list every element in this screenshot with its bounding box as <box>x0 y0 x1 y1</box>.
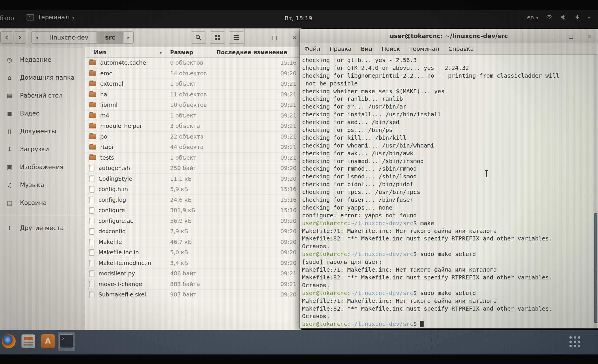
file-size: 7,9 кБ <box>165 228 212 235</box>
file-row[interactable]: autogen.sh250 байт09:20 <box>85 163 301 174</box>
terminal-titlebar[interactable]: user@tokarcnc: ~/linuxcnc-dev/src – □ × <box>300 29 598 43</box>
menu-help[interactable]: Справка <box>448 45 474 52</box>
file-icon <box>89 197 94 203</box>
file-name: libnml <box>100 102 118 108</box>
close-button[interactable]: × <box>586 33 594 39</box>
terminal-output[interactable]: checking for glib... yes - 2.56.3checkin… <box>300 55 594 328</box>
scrollbar-thumb[interactable] <box>594 213 597 323</box>
chevron-down-icon <box>72 15 74 20</box>
file-name-cell: modsilent.py <box>85 270 165 277</box>
minimize-button[interactable]: – <box>250 34 258 41</box>
file-row[interactable]: rtapi44 объекта09:21 <box>85 142 301 153</box>
column-header-modified[interactable]: Последнее изменение <box>212 47 301 57</box>
folder-icon <box>89 134 96 139</box>
menu-view[interactable]: Вид <box>361 45 372 52</box>
breadcrumb-src[interactable]: src <box>97 32 124 43</box>
file-icon <box>89 249 94 256</box>
file-name-cell: configure <box>85 207 165 214</box>
file-row[interactable]: emc14 объектов09:20 <box>85 68 301 79</box>
sidebar-item-recent[interactable]: ◷Недавние <box>0 51 85 69</box>
close-button[interactable]: × <box>291 34 298 41</box>
back-button[interactable] <box>0 31 13 44</box>
column-header-name[interactable]: Имя <box>85 47 165 57</box>
file-row[interactable]: po22 объекта09:21 <box>85 132 301 142</box>
file-row[interactable]: move-if-change883 байта09:21 <box>85 279 301 290</box>
file-modified: 09:21 <box>212 112 301 119</box>
file-row[interactable]: config.log24,6 кБ15:16 <box>85 195 301 206</box>
sidebar-item-downloads[interactable]: ↓Загрузки <box>0 140 85 158</box>
file-name: hal <box>100 91 109 98</box>
sidebar-item-label: Загрузки <box>20 146 49 153</box>
file-row[interactable]: external1 объект09:21 <box>85 79 301 89</box>
terminal-dock-icon[interactable] <box>59 334 73 348</box>
file-modified: 09:20 <box>212 260 301 266</box>
firefox-icon[interactable] <box>2 334 16 348</box>
sidebar-item-home[interactable]: ⌂Домашняя папка <box>0 69 85 87</box>
menu-button[interactable] <box>229 31 244 44</box>
sidebar-item-music[interactable]: ♫Музыка <box>0 176 85 194</box>
wifi-icon <box>546 14 553 20</box>
clock[interactable]: Вт, 15:19 <box>285 15 312 22</box>
files-app-icon[interactable] <box>21 334 35 348</box>
grid-view-button[interactable] <box>210 31 225 44</box>
file-row[interactable]: Makefile.modinc.in3,4 кБ09:20 <box>85 258 301 269</box>
breadcrumb-scroll-right-icon[interactable] <box>124 32 133 43</box>
forward-button[interactable] <box>14 31 26 44</box>
menu-search[interactable]: Поиск <box>382 45 400 52</box>
search-button[interactable] <box>191 31 206 44</box>
menu-edit[interactable]: Правка <box>329 45 351 52</box>
file-name-cell: hal <box>85 91 165 98</box>
sidebar-item-documents[interactable]: ▯Документы <box>0 122 85 140</box>
activities-button[interactable]: Обзор <box>0 15 14 22</box>
file-row[interactable]: CodingStyle11,1 кБ09:20 <box>85 174 301 184</box>
sidebar-item-trash[interactable]: ▤Корзина <box>0 194 85 212</box>
folder-icon <box>89 124 96 128</box>
maximize-button[interactable]: □ <box>271 34 278 41</box>
sidebar-item-pictures[interactable]: ▣Изображения <box>0 158 85 176</box>
prompt-command: $ sudo make setuid <box>413 290 476 296</box>
file-row[interactable]: configure301,9 кБ15:16 <box>85 205 301 216</box>
show-apps-grid-icon[interactable] <box>569 335 581 348</box>
file-row[interactable]: configure.ac56,9 кБ09:20 <box>85 216 301 227</box>
maximize-button[interactable]: □ <box>567 33 575 39</box>
keyboard-layout-indicator[interactable]: en <box>527 14 538 20</box>
prompt-command: $ make <box>413 220 434 227</box>
file-row[interactable]: tests1 объект09:21 <box>85 153 301 163</box>
file-size: 14 объектов <box>165 70 212 77</box>
sidebar-item-other-locations[interactable]: +Другие места <box>0 219 85 237</box>
breadcrumb-scroll-left-icon[interactable] <box>32 32 42 43</box>
file-row[interactable]: m41 объект09:21 <box>85 111 301 121</box>
terminal-output-line: Makefile:71: Makefile.inc: Нет такого фа… <box>302 266 594 274</box>
file-row[interactable]: hal11 объектов09:21 <box>85 89 301 100</box>
file-row[interactable]: doxconfig7,9 кБ09:20 <box>85 226 301 237</box>
file-name: rtapi <box>100 144 113 150</box>
breadcrumb-linuxcnc-dev[interactable]: linuxcnc-dev <box>42 32 97 43</box>
prompt-separator: : <box>347 320 351 327</box>
file-row[interactable]: Makefile46,7 кБ09:20 <box>85 237 301 248</box>
terminal-scrollbar[interactable] <box>594 55 598 328</box>
file-row[interactable]: config.h.in5,9 кБ15:16 <box>85 184 301 195</box>
file-name-cell: CodingStyle <box>85 176 165 182</box>
ubuntu-software-icon[interactable] <box>41 334 55 348</box>
column-header-size[interactable]: Размер <box>165 47 212 57</box>
minimize-button[interactable]: – <box>548 33 556 39</box>
terminal-output-line: not be possible <box>302 80 594 87</box>
file-row[interactable]: Makefile.inc.in5,0 кБ09:20 <box>85 247 301 258</box>
menu-file[interactable]: Файл <box>304 45 320 52</box>
file-row[interactable]: libnml10 объектов09:21 <box>85 100 301 111</box>
home-icon: ⌂ <box>5 74 14 81</box>
menu-terminal[interactable]: Терминал <box>409 45 439 52</box>
file-name-cell: external <box>85 81 165 87</box>
app-menu-terminal[interactable]: Терминал <box>27 14 74 21</box>
sidebar-item-desktop[interactable]: ▦Рабочий стол <box>0 87 85 104</box>
sidebar-item-videos[interactable]: ◼Видео <box>0 104 85 122</box>
file-row[interactable]: modsilent.py486 байт09:21 <box>85 268 301 279</box>
file-row[interactable]: autom4te.cache0 объектов15:16 <box>85 58 301 68</box>
dock <box>0 330 598 354</box>
file-row[interactable]: Submakefile.skel907 байт09:20 <box>85 290 301 300</box>
documents-icon: ▯ <box>5 128 14 135</box>
terminal-output-line: Makefile:71: Makefile.inc: Нет такого фа… <box>302 297 594 305</box>
prompt-command: $ <box>413 320 417 327</box>
system-tray[interactable]: en <box>527 14 590 20</box>
file-row[interactable]: module_helper3 объекта09:21 <box>85 121 301 132</box>
